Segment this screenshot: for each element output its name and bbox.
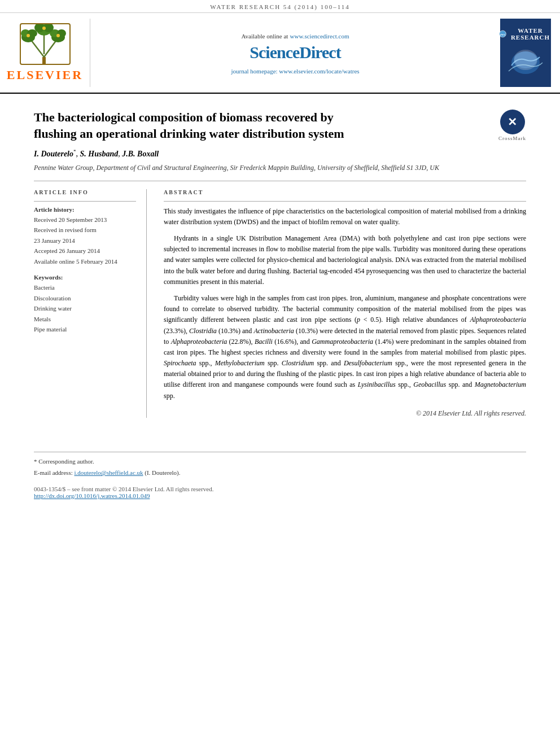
corresponding-author-note: * Corresponding author. [34,457,526,466]
iwa-icon: IWA [499,28,506,40]
abstract-para-2: Hydrants in a single UK Distribution Man… [164,233,526,287]
keyword-drinking-water: Drinking water [34,304,136,313]
abstract-para-3: Turbidity values were high in the sample… [164,293,526,401]
history-received: Received 20 September 2013 [34,215,136,225]
history-revised-label: Received in revised form [34,225,136,235]
svg-rect-0 [42,57,46,64]
keyword-metals: Metals [34,314,136,324]
elsevier-brand: ELSEVIER [7,68,83,82]
keyword-pipe-material: Pipe material [34,325,136,334]
journal-header: WATER RESEARCH 54 (2014) 100–114 [0,0,560,13]
history-available-online: Available online 5 February 2014 [34,257,136,267]
two-col-layout: ARTICLE INFO Article history: Received 2… [34,189,526,418]
wr-title-text: WATER RESEARCH [509,27,552,41]
svg-point-13 [27,34,30,37]
svg-point-14 [56,34,60,37]
author-douterelo: I. Douterelo [34,150,73,158]
abstract-para-1: This study investigates the influence of… [164,206,526,228]
elsevier-tree-icon [20,23,71,65]
article-history-title: Article history: [34,206,136,213]
main-content: ✕ CrossMark The bacteriological composit… [0,94,560,510]
journal-homepage-url[interactable]: www.elsevier.com/locate/watres [279,68,359,75]
article-info-label: ARTICLE INFO [34,189,136,195]
elsevier-logo: ELSEVIER [0,19,90,87]
divider-1 [34,181,526,181]
issn-line: 0043-1354/$ – see front matter © 2014 El… [34,486,526,492]
abstract-col: ABSTRACT This study investigates the inf… [164,189,526,418]
author-husband: S. Husband [80,150,119,158]
crossmark-label: CrossMark [498,136,526,141]
crossmark-circle: ✕ [500,110,525,134]
article-title: The bacteriological composition of bioma… [34,110,373,142]
affiliation: Pennine Water Group, Department of Civil… [34,163,526,173]
svg-line-1 [31,40,44,57]
email-link[interactable]: i.douterelo@sheffield.ac.uk [74,469,143,476]
abstract-label: ABSTRACT [164,189,526,195]
article-info-col: ARTICLE INFO Article history: Received 2… [34,189,147,418]
keyword-discolouration: Discolouration [34,294,136,303]
keywords-title: Keywords: [34,274,136,281]
divider-abstract [164,201,526,202]
doi-line: http://dx.doi.org/10.1016/j.watres.2014.… [34,492,526,499]
svg-point-20 [511,51,540,74]
svg-text:IWA: IWA [500,33,506,36]
footnote-section: * Corresponding author. E-mail address: … [34,452,526,478]
abstract-body: This study investigates the influence of… [164,206,526,401]
svg-line-2 [44,40,56,57]
science-direct-logo: ScienceDirect [250,43,340,62]
svg-point-21 [514,51,537,68]
svg-point-15 [42,27,46,30]
wr-image [506,43,545,77]
history-accepted: Accepted 26 January 2014 [34,246,136,256]
center-header: Available online at www.sciencedirect.co… [90,19,500,87]
email-footnote: E-mail address: i.douterelo@sheffield.ac… [34,468,526,478]
science-direct-url[interactable]: www.sciencedirect.com [290,33,349,40]
crossmark-badge[interactable]: ✕ CrossMark [498,110,526,141]
wr-logo-top: IWA WATER RESEARCH [499,27,552,41]
water-research-logo: IWA WATER RESEARCH [500,19,551,87]
author-boxall: J.B. Boxall [122,150,159,158]
history-revised-date: 23 January 2014 [34,236,136,246]
copyright-notice: © 2014 Elsevier Ltd. All rights reserved… [164,409,526,418]
wr-cover-image [506,43,545,77]
available-online-text: Available online at www.sciencedirect.co… [241,32,349,41]
doi-link[interactable]: http://dx.doi.org/10.1016/j.watres.2014.… [34,492,150,499]
top-section: ELSEVIER Available online at www.science… [0,13,560,94]
divider-left [34,201,136,202]
authors-line: I. Douterelo*, S. Husband, J.B. Boxall [34,148,526,159]
keyword-bacteria: Bacteria [34,283,136,292]
journal-homepage: journal homepage: www.elsevier.com/locat… [231,68,359,75]
journal-header-text: WATER RESEARCH 54 (2014) 100–114 [210,3,350,10]
